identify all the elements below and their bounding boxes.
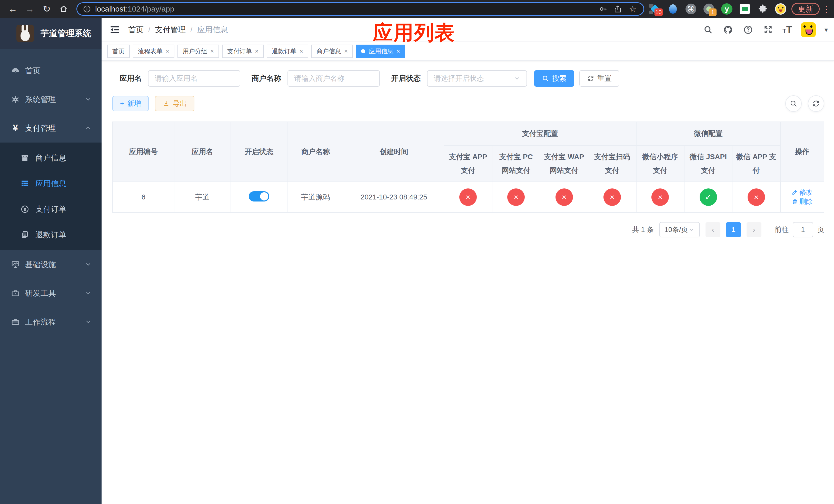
search-button[interactable]: 搜索 [534, 70, 574, 87]
next-page-button[interactable]: › [747, 222, 762, 237]
sidebar-item-label: 退款订单 [36, 230, 66, 240]
tab-merchant-info[interactable]: 商户信息× [311, 45, 353, 58]
sidebar-item-merchant-info[interactable]: 商户信息 [0, 145, 102, 171]
password-key-icon[interactable] [598, 4, 608, 14]
github-icon[interactable] [722, 24, 734, 36]
col-header-alipay-wap: 支付宝 WAP 网站支付 [540, 145, 588, 182]
sidebar-item-label: 支付订单 [36, 204, 66, 214]
cell-merchant: 芋道源码 [287, 182, 344, 212]
browser-home-icon[interactable] [57, 2, 70, 16]
goto-page-input[interactable] [793, 222, 813, 237]
close-icon[interactable]: × [166, 48, 169, 55]
browser-reload-icon[interactable]: ↻ [40, 2, 53, 16]
col-group-wechat: 微信配置 [636, 122, 781, 145]
edit-link[interactable]: 修改 [792, 188, 813, 197]
app-logo [16, 25, 34, 42]
url-bar[interactable]: localhost:1024/pay/app ☆ [76, 2, 644, 16]
font-size-icon[interactable]: TT [783, 24, 792, 36]
browser-back-icon[interactable]: ← [6, 2, 20, 16]
extensions-puzzle-icon[interactable] [757, 3, 768, 15]
page-annotation: 应用列表 [373, 20, 455, 46]
export-button[interactable]: 导出 [155, 96, 194, 111]
browser-profile-avatar[interactable] [775, 3, 786, 15]
sidebar-item-app-info[interactable]: 应用信息 [0, 171, 102, 197]
sidebar-item-label: 首页 [25, 66, 92, 76]
browser-menu-icon[interactable]: ⋮ [822, 4, 830, 14]
search-icon[interactable] [702, 24, 714, 36]
sidebar-item-infra[interactable]: 基础设施 [0, 250, 102, 279]
sidebar-item-label: 支付管理 [25, 123, 85, 134]
extension-diamond-icon[interactable]: 10 [649, 3, 661, 15]
user-avatar[interactable] [801, 22, 816, 37]
yen-icon: ¥ [10, 123, 21, 133]
bookmark-star-icon[interactable]: ☆ [628, 4, 638, 14]
browser-forward-icon[interactable]: → [23, 2, 37, 16]
filter-form: 应用名 商户名称 开启状态 请选择开启状态 搜索 重置 [119, 70, 824, 87]
tab-user-group[interactable]: 用户分组× [177, 45, 219, 58]
share-icon[interactable] [613, 4, 623, 14]
close-icon[interactable]: × [255, 48, 259, 55]
extension-chat-icon[interactable] [739, 3, 750, 15]
tags-view-bar: 首页 流程表单× 用户分组× 支付订单× 退款订单× 商户信息× 应用信息× [102, 42, 834, 61]
col-header-operation: 操作 [781, 122, 824, 182]
alipay-wap-status-icon: × [555, 188, 573, 206]
tab-home[interactable]: 首页 [107, 45, 130, 58]
sidebar-item-system[interactable]: 系统管理 [0, 85, 102, 114]
table-grid-icon [20, 179, 30, 188]
sidebar-item-payment[interactable]: ¥ 支付管理 [0, 114, 102, 142]
add-button[interactable]: + 新增 [112, 96, 149, 111]
extension-balloon-icon[interactable] [667, 3, 679, 15]
caret-down-icon[interactable]: ▾ [825, 26, 828, 34]
page-number-1[interactable]: 1 [726, 222, 741, 237]
extension-y-icon[interactable]: y [721, 3, 732, 15]
col-header-created: 创建时间 [344, 122, 444, 182]
gear-icon [10, 94, 21, 105]
status-label: 开启状态 [391, 73, 421, 84]
merchant-name-input[interactable] [287, 70, 380, 87]
fullscreen-icon[interactable] [763, 24, 774, 36]
sidebar-collapse-icon[interactable] [109, 24, 120, 36]
plus-icon: + [120, 100, 124, 108]
sidebar-item-pay-order[interactable]: 支付订单 [0, 197, 102, 222]
sidebar-item-label: 应用信息 [36, 178, 66, 189]
sidebar-item-refund-order[interactable]: 退款订单 [0, 222, 102, 248]
sidebar-item-label: 研发工具 [25, 288, 85, 299]
breadcrumb-payment[interactable]: 支付管理 [155, 25, 186, 35]
refresh-icon[interactable] [808, 95, 824, 112]
sidebar-item-label: 基础设施 [25, 259, 85, 270]
close-icon[interactable]: × [210, 48, 214, 55]
reset-button[interactable]: 重置 [579, 70, 619, 87]
tab-refund-order[interactable]: 退款订单× [267, 45, 308, 58]
close-icon[interactable]: × [344, 48, 348, 55]
dashboard-gauge-icon [10, 66, 21, 76]
chevron-down-icon [85, 290, 92, 297]
browser-update-button[interactable]: 更新 [791, 3, 820, 15]
app-logo-row[interactable]: 芋道管理系统 [0, 18, 102, 49]
help-icon[interactable] [743, 24, 754, 36]
breadcrumb-home[interactable]: 首页 [128, 25, 144, 35]
delete-link[interactable]: 删除 [792, 197, 813, 206]
enabled-toggle[interactable] [249, 191, 269, 202]
tab-app-info[interactable]: 应用信息× [356, 45, 405, 58]
url-text: localhost:1024/pay/app [95, 5, 593, 13]
app-name-input[interactable] [148, 70, 240, 87]
extension-badge: 1 [709, 8, 717, 16]
chevron-down-icon [514, 75, 520, 82]
top-navbar: 首页 / 支付管理 / 应用信息 应用列表 TT ▾ [102, 18, 834, 42]
show-search-toggle-icon[interactable] [785, 95, 802, 112]
status-select[interactable]: 请选择开启状态 [427, 70, 527, 87]
close-icon[interactable]: × [300, 48, 303, 55]
tab-pay-order[interactable]: 支付订单× [222, 45, 264, 58]
extension-command-icon[interactable]: ⌘ [685, 3, 697, 15]
breadcrumb: 首页 / 支付管理 / 应用信息 [128, 25, 228, 35]
tab-process-form[interactable]: 流程表单× [133, 45, 174, 58]
sidebar-item-workflow[interactable]: 工作流程 [0, 307, 102, 336]
table-row: 6 芋道 芋道源码 2021-10-23 08:49:25 × × × × × … [113, 182, 824, 212]
site-info-icon[interactable] [83, 5, 91, 13]
sidebar-item-home[interactable]: 首页 [0, 56, 102, 85]
prev-page-button[interactable]: ‹ [705, 222, 720, 237]
extension-avatar-icon[interactable]: 1 [703, 3, 715, 15]
page-size-select[interactable]: 10条/页 [659, 222, 700, 237]
close-icon[interactable]: × [396, 48, 400, 55]
sidebar-item-devtools[interactable]: 研发工具 [0, 279, 102, 307]
